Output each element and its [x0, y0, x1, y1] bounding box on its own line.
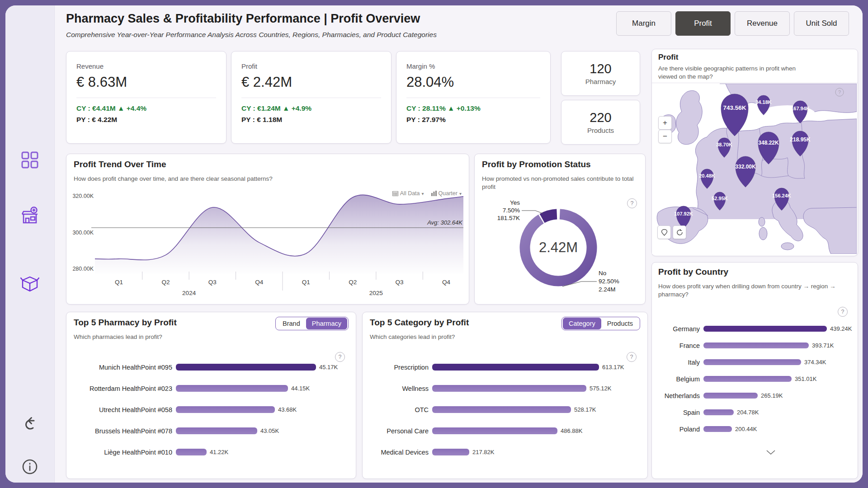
pin-value-label: 743.56K [723, 104, 746, 111]
bar[interactable] [432, 364, 599, 371]
bar[interactable] [432, 427, 557, 434]
kpi-cy-line: CY : €4.41M ▲ +4.4% [76, 104, 216, 113]
bar[interactable] [432, 385, 586, 392]
bar[interactable] [703, 376, 792, 382]
top5-category-card: Top 5 Category by Profit Which categorie… [362, 312, 648, 479]
bar[interactable] [703, 426, 732, 432]
bar[interactable] [703, 409, 734, 415]
bar-zone: 204.78K [703, 409, 853, 416]
main-canvas: Pharmacy Sales & Profitability Performan… [55, 5, 863, 483]
card-subtitle: Which categories lead in profit? [370, 333, 455, 341]
profit-by-country-card: Profit by Country How does profit vary w… [651, 262, 858, 479]
profit-map-card: Profit Are there visible geographic patt… [651, 49, 858, 256]
bar[interactable] [703, 359, 801, 365]
svg-text:?: ? [838, 89, 841, 95]
kpi-divider [406, 98, 540, 98]
kpi-value: 28.04% [406, 74, 540, 90]
promotion-donut-card: Profit by Promotion Status How promoted … [474, 154, 646, 305]
bar-row: Belgium351.01K [658, 371, 853, 387]
pin-value-label: 38.70K [716, 142, 732, 147]
card-subtitle: Are there visible geographic patterns in… [658, 65, 812, 81]
category-bar-chart: Prescription613.17KWellness575.12KOTC528… [369, 357, 643, 463]
undo-icon[interactable] [21, 416, 39, 436]
kpi-card-margin: Margin % 28.04% CY : 28.11% ▲ +0.13% PY … [396, 51, 551, 144]
measure-button-revenue[interactable]: Revenue [735, 11, 790, 36]
bar-zone: 200.44K [703, 426, 853, 432]
bar[interactable] [432, 449, 469, 455]
bar[interactable] [176, 449, 207, 455]
count-card-products: 220 Products [561, 100, 640, 145]
trend-area [95, 195, 463, 284]
measure-button-profit[interactable]: Profit [675, 11, 731, 36]
bar[interactable] [432, 406, 571, 413]
bar[interactable] [176, 406, 275, 413]
promotion-donut-chart[interactable]: 2.42MYes7.50%181.57KNo92.50%2.24M [478, 199, 641, 302]
bar[interactable] [703, 393, 758, 399]
callout-leader-line [522, 211, 542, 213]
map-refresh-button[interactable] [673, 225, 686, 239]
bar-label: Italy [658, 359, 703, 366]
bar-zone: 486.88K [432, 427, 643, 434]
bar-label: Liège HealthPoint #010 [73, 449, 176, 456]
x-axis-tick: Q3 [396, 279, 404, 286]
kpi-card-revenue: Revenue € 8.63M CY : €4.41M ▲ +4.4% PY :… [66, 51, 226, 144]
toggle-option-brand[interactable]: Brand [277, 318, 306, 329]
bar-label: Prescription [369, 364, 432, 371]
profit-trend-chart[interactable]: Avg: 302.64K320.00K300.00K280.00KQ1Q2Q3Q… [70, 194, 465, 300]
pin-value-label: 332.00K [735, 164, 756, 170]
donut-callout-text: 181.57K [497, 215, 520, 221]
bar-value: 44.15K [291, 385, 310, 392]
card-subtitle: How does profit change over time, and ar… [74, 175, 273, 183]
bar[interactable] [176, 385, 288, 392]
dashboard-grid-icon[interactable] [21, 151, 39, 171]
card-subtitle: How does profit vary when drilling down … [658, 282, 853, 299]
card-subtitle: Which pharmacies lead in profit? [74, 333, 162, 341]
bar-label: Spain [658, 409, 703, 416]
toggle-option-category[interactable]: Category [563, 318, 601, 329]
chevron-down-icon[interactable] [766, 449, 776, 457]
card-title: Profit by Country [658, 267, 728, 277]
year-label: 2024 [182, 290, 196, 296]
pin-value-label: 348.22K [758, 140, 779, 146]
bar[interactable] [176, 427, 257, 434]
help-icon[interactable]: ? [838, 307, 848, 317]
pharmacy-store-icon[interactable] [20, 206, 40, 228]
kpi-label: Margin % [406, 62, 540, 70]
x-axis-tick: Q3 [208, 279, 217, 286]
measure-toggle-group: MarginProfitRevenueUnit Sold [616, 11, 849, 36]
kpi-cy-line: CY : 28.11% ▲ +0.13% [406, 104, 540, 113]
info-icon[interactable] [20, 457, 39, 478]
toggle-option-pharmacy[interactable]: Pharmacy [306, 318, 347, 329]
card-subtitle: How promoted vs non-promoted sales contr… [482, 175, 638, 191]
measure-button-unit-sold[interactable]: Unit Sold [794, 11, 849, 36]
bar-value: 43.68K [278, 406, 297, 413]
map-pin-tool-button[interactable] [657, 225, 671, 239]
bar-zone: 217.82K [432, 449, 643, 455]
bar-value: 351.01K [795, 375, 816, 382]
bar-row: Medical Devices217.82K [369, 441, 643, 463]
map-zoom-out-button[interactable]: − [658, 130, 672, 143]
bar-label: Wellness [369, 385, 432, 392]
product-box-icon[interactable] [20, 274, 40, 296]
bar[interactable] [176, 364, 316, 371]
bar-row: Liège HealthPoint #01041.22K [73, 441, 351, 463]
balloon-icon [661, 229, 668, 236]
kpi-value: € 8.63M [76, 74, 216, 90]
bar-row: Netherlands265.19K [658, 387, 853, 404]
bar[interactable] [703, 326, 827, 332]
donut-slice-yes[interactable] [542, 214, 557, 218]
bar-zone: 613.17K [432, 364, 643, 371]
bar-row: Germany439.24K [658, 320, 853, 337]
bar-label: OTC [369, 406, 432, 413]
map-zoom-in-button[interactable]: + [658, 116, 672, 130]
x-axis-tick: Q2 [349, 279, 357, 286]
y-axis-tick: 300.00K [72, 230, 94, 236]
toggle-option-products[interactable]: Products [601, 318, 639, 329]
bar-zone: 265.19K [703, 392, 853, 399]
bar-value: 528.17K [574, 406, 596, 413]
donut-callout-text: 7.50% [503, 207, 520, 214]
kpi-card-profit: Profit € 2.42M CY : €1.24M ▲ +4.9% PY : … [231, 51, 392, 144]
measure-button-margin[interactable]: Margin [616, 11, 671, 36]
bar-row: Brussels HealthPoint #07843.05K [73, 420, 351, 441]
bar[interactable] [703, 343, 809, 348]
